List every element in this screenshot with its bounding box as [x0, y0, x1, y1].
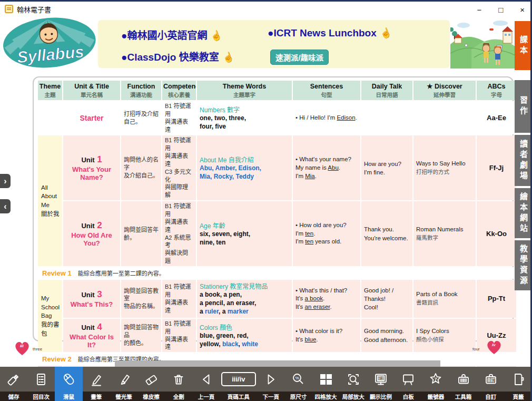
right-page-heart: iv — [486, 339, 503, 357]
hand-pointer-icon: ☝ — [378, 26, 393, 41]
left-page-heart: iii — [14, 340, 31, 358]
trash-icon — [171, 367, 186, 392]
close-button[interactable]: × — [520, 6, 525, 14]
display-ratio-icon: 固定 — [373, 367, 389, 392]
tab-picturebook-site[interactable]: 繪本網站 — [515, 188, 532, 238]
svg-text:7: 7 — [435, 376, 437, 382]
col-competency: Competency核心素養 — [162, 81, 196, 100]
mouse-icon — [61, 367, 77, 392]
syllabus-table-card: Theme主題 Unit & Title單元名稱 Function溝通功能 Co… — [33, 76, 514, 341]
minimize-button[interactable]: − — [477, 6, 481, 14]
maximize-button[interactable]: □ — [498, 6, 503, 14]
link-hanlin-english-site[interactable]: ●翰林國小英語官網☝ — [121, 27, 222, 42]
app-logo-icon — [5, 5, 13, 13]
quiz-badge-button[interactable]: 速測派/趣味派 — [270, 50, 329, 65]
highlighter-tool[interactable]: 螢光筆 — [110, 367, 137, 401]
star-number-icon: 7 — [428, 367, 444, 392]
zoom-percent-icon: % — [290, 367, 306, 392]
banner-links-panel: ●翰林國小英語官網☝ ●ICRT News Lunchbox☝ ●ClassDo… — [98, 20, 450, 68]
number-picker-tool[interactable]: 7 籤號器 — [422, 367, 449, 401]
tab-teaching-resources[interactable]: 教學資源 — [515, 240, 532, 290]
row-starter: Starter 打招呼及介紹 自己。 B1 符號運用 與溝通表達 Numbers… — [38, 101, 516, 134]
tab-readers-theater[interactable]: 讀者劇場 — [515, 135, 532, 186]
starter-title: Starter — [80, 114, 103, 122]
col-sentences: Sentences句型 — [293, 81, 360, 100]
window-controls: − □ × — [477, 2, 525, 18]
custom-box-icon: 自訂 — [483, 367, 499, 392]
quad-zoom-tool[interactable]: 四格放大 — [312, 367, 340, 401]
next-page-tool[interactable]: 下一頁 — [257, 367, 284, 401]
page-tab-tool[interactable]: 頁籤 — [505, 367, 532, 401]
banner-illustration — [450, 18, 515, 69]
quad-grid-icon — [318, 367, 334, 392]
link-classdojo[interactable]: ●ClassDojo 快樂教室☝ — [121, 49, 234, 63]
col-theme: Theme主題 — [38, 81, 62, 100]
hand-pointer-icon: ☝ — [209, 28, 224, 43]
area-zoom-tool[interactable]: 局部放大 — [340, 367, 367, 401]
sidebar-collapse-button[interactable]: ‹ — [0, 199, 11, 213]
mouse-tool[interactable]: 滑鼠 — [55, 367, 82, 401]
app-title: 翰林電子書 — [17, 4, 51, 14]
row-unit1: All About Me 關於我 Unit 1What's Your Name?… — [38, 135, 516, 200]
prev-page-tool[interactable]: 上一頁 — [192, 367, 220, 401]
theme-my-school-bag: My School Bag 我的書包 — [38, 280, 62, 352]
sidebar-expand-button[interactable]: › — [0, 174, 11, 188]
svg-text:自訂: 自訂 — [487, 377, 495, 383]
toolbox-icon — [456, 367, 471, 392]
table-header-row: Theme主題 Unit & Title單元名稱 Function溝通功能 Co… — [38, 81, 516, 100]
eraser-tool[interactable]: 橡皮擦 — [137, 367, 165, 401]
display-ratio-tool[interactable]: 固定 顯示比例 — [367, 367, 395, 401]
col-abcs: ABCs字母 — [477, 81, 516, 100]
toolbox-tool[interactable]: 工具箱 — [450, 367, 477, 401]
tab-textbook[interactable]: 課本 — [515, 21, 532, 70]
svg-text:iv: iv — [492, 343, 496, 347]
eraser-icon — [143, 367, 159, 392]
left-page-word: three — [33, 347, 42, 351]
horizontal-scrollbar[interactable] — [115, 360, 440, 367]
hanlin-ebook-window: { "window": { "title": "翰林電子書", "minimiz… — [0, 0, 532, 401]
original-size-tool[interactable]: % 原尺寸 — [284, 367, 312, 401]
col-discover: ★ Discover延伸學習 — [413, 81, 476, 100]
hand-pointer-icon: ☝ — [221, 50, 235, 65]
svg-text:iii: iii — [20, 344, 24, 348]
prev-page-icon — [199, 367, 214, 392]
row-unit2: Unit 2How Old Are You? 詢問並回答年齡。 B1 符號運用 … — [38, 201, 516, 266]
save-tool[interactable]: 儲存 — [0, 367, 27, 401]
highlighter-icon — [116, 367, 132, 392]
toc-icon — [33, 367, 49, 392]
page-number-tool[interactable]: iii/iv 頁碼工具 — [220, 367, 257, 401]
tab-workbook[interactable]: 習作 — [515, 80, 532, 133]
titlebar: 翰林電子書 − □ × — [0, 0, 532, 16]
toc-tool[interactable]: 回目次 — [27, 367, 55, 401]
svg-text:固定: 固定 — [377, 376, 385, 380]
pen-icon — [88, 367, 104, 392]
row-unit4: Unit 4What Color Is It? 詢問並回答物品 的顏色。 B1 … — [38, 319, 516, 352]
page-tab-icon — [510, 367, 526, 392]
col-function: Function溝通功能 — [121, 81, 161, 100]
page-number-display[interactable]: iii/iv — [221, 372, 256, 386]
theme-all-about-me: All About Me 關於我 — [38, 135, 62, 266]
delete-all-tool[interactable]: 全刪 — [165, 367, 192, 401]
next-page-icon — [263, 367, 279, 392]
whiteboard-tool[interactable]: 白板 — [395, 367, 422, 401]
usb-save-icon — [6, 367, 22, 392]
row-review1: Review 1能綜合應用第一至第二課的內容。 — [38, 267, 516, 279]
syllabus-logo: Syllabus — [2, 16, 99, 70]
row-unit3: My School Bag 我的書包 Unit 3What's This? 詢問… — [38, 280, 516, 318]
right-page-word: four — [472, 347, 480, 351]
col-daily-talk: Daily Talk日常用語 — [361, 81, 412, 100]
custom-tool[interactable]: 自訂 自訂 — [477, 367, 505, 401]
col-unit-title: Unit & Title單元名稱 — [63, 81, 120, 100]
svg-text:%: % — [295, 376, 299, 380]
pen-tool[interactable]: 畫筆 — [83, 367, 110, 401]
col-theme-words: Theme Words主題單字 — [197, 81, 292, 100]
syllabus-table: Theme主題 Unit & Title單元名稱 Function溝通功能 Co… — [37, 80, 517, 401]
bottom-toolbar: 儲存 回目次 滑鼠 畫筆 螢光筆 橡皮擦 全刪 上一頁 iii/iv 頁碼工具 … — [0, 367, 532, 401]
whiteboard-icon — [400, 367, 416, 392]
link-icrt-news-lunchbox[interactable]: ●ICRT News Lunchbox☝ — [268, 27, 391, 39]
area-zoom-icon — [346, 367, 361, 392]
